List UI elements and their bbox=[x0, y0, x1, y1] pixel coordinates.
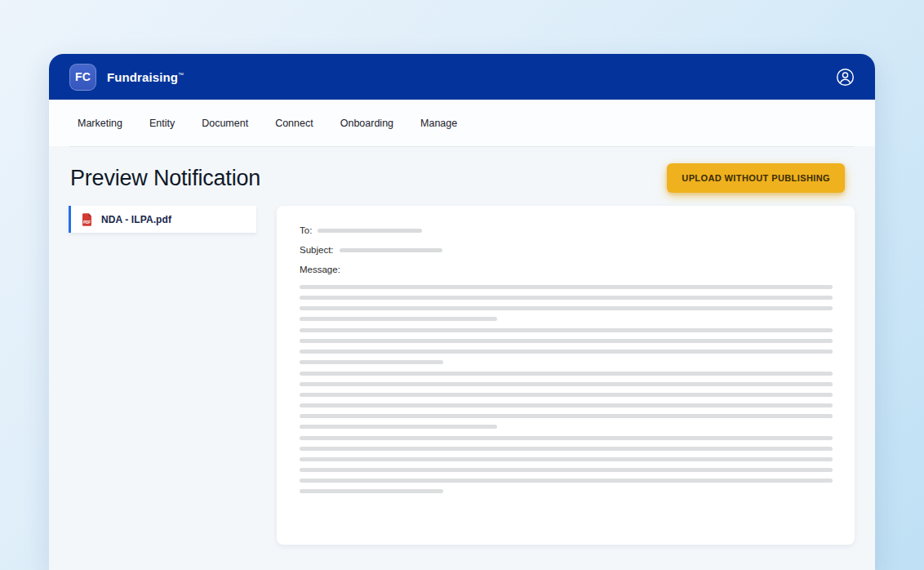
placeholder-line bbox=[300, 339, 833, 343]
svg-text:PDF: PDF bbox=[83, 220, 91, 224]
message-body-placeholder bbox=[300, 285, 833, 493]
placeholder-line bbox=[300, 403, 833, 407]
placeholder-line bbox=[300, 414, 833, 418]
placeholder-line bbox=[300, 350, 833, 354]
fc-logo: FC bbox=[69, 64, 96, 91]
pdf-file-icon: PDF bbox=[81, 213, 93, 226]
content-area: PDF NDA - ILPA.pdf To: Subject: Message: bbox=[49, 193, 875, 545]
placeholder-line bbox=[300, 447, 833, 451]
notification-preview-panel: To: Subject: Message: bbox=[277, 206, 855, 545]
placeholder-line-partial bbox=[300, 425, 497, 429]
placeholder-line bbox=[300, 436, 833, 440]
placeholder-line bbox=[300, 457, 833, 461]
page-title: Preview Notification bbox=[70, 166, 260, 191]
placeholder-line-partial bbox=[300, 360, 443, 364]
nav-tab-entity[interactable]: Entity bbox=[149, 118, 175, 129]
nav-tab-connect[interactable]: Connect bbox=[275, 118, 313, 129]
upload-without-publishing-button[interactable]: UPLOAD WITHOUT PUBLISHING bbox=[667, 163, 845, 193]
placeholder-line bbox=[300, 372, 833, 376]
to-value-placeholder bbox=[318, 229, 422, 233]
placeholder-line-partial bbox=[300, 317, 497, 321]
subject-field-row: Subject: bbox=[300, 244, 833, 256]
nav-tab-onboarding[interactable]: Onboarding bbox=[340, 118, 393, 129]
nav-tab-document[interactable]: Document bbox=[202, 118, 248, 129]
placeholder-line bbox=[300, 479, 833, 483]
trademark-symbol: ™ bbox=[178, 72, 184, 78]
to-label: To: bbox=[300, 225, 312, 235]
placeholder-line bbox=[300, 285, 833, 289]
placeholder-line bbox=[300, 393, 833, 397]
placeholder-line bbox=[300, 306, 833, 310]
placeholder-line bbox=[300, 382, 833, 386]
placeholder-line-partial bbox=[300, 489, 443, 493]
nav-tab-manage[interactable]: Manage bbox=[420, 118, 457, 129]
profile-button[interactable] bbox=[834, 66, 855, 87]
nav-tab-marketing[interactable]: Marketing bbox=[78, 118, 122, 129]
file-name: NDA - ILPA.pdf bbox=[101, 214, 171, 225]
to-field-row: To: bbox=[300, 225, 833, 236]
placeholder-line bbox=[300, 328, 833, 332]
message-paragraph-placeholder bbox=[300, 436, 833, 493]
fc-logo-text: FC bbox=[75, 70, 91, 83]
message-paragraph-placeholder bbox=[300, 328, 833, 364]
primary-nav: Marketing Entity Document Connect Onboar… bbox=[49, 100, 875, 146]
app-header: FC Fundraising™ bbox=[49, 54, 875, 100]
page-header: Preview Notification UPLOAD WITHOUT PUBL… bbox=[49, 147, 875, 193]
brand-name: Fundraising™ bbox=[107, 70, 184, 84]
message-field-row: Message: bbox=[300, 264, 833, 275]
user-avatar-icon bbox=[836, 68, 855, 87]
message-paragraph-placeholder bbox=[300, 285, 833, 321]
message-paragraph-placeholder bbox=[300, 372, 833, 429]
subject-label: Subject: bbox=[300, 245, 334, 255]
document-list: PDF NDA - ILPA.pdf bbox=[69, 206, 256, 233]
subject-value-placeholder bbox=[340, 248, 442, 252]
brand-home-link[interactable]: FC Fundraising™ bbox=[69, 64, 184, 91]
file-list-item-selected[interactable]: PDF NDA - ILPA.pdf bbox=[69, 206, 256, 233]
placeholder-line bbox=[300, 468, 833, 472]
placeholder-line bbox=[300, 296, 833, 300]
app-window: FC Fundraising™ Marketing Entity Documen… bbox=[49, 54, 875, 570]
message-label: Message: bbox=[300, 265, 340, 274]
